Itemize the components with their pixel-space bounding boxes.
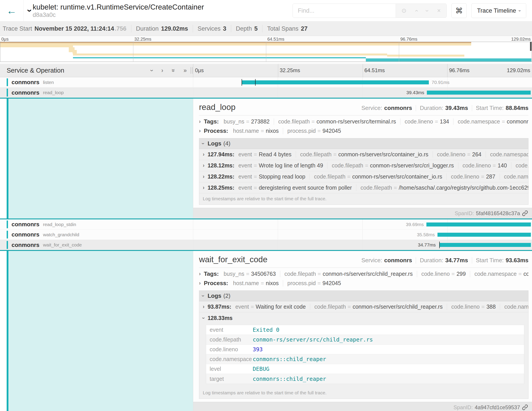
log-row[interactable]: › 93.87ms: event=Waiting for exit code c… xyxy=(199,301,528,313)
span-row-read-loop-stdin[interactable]: conmonrs read_loop_stdin 39.69ms xyxy=(0,219,532,230)
meta-value: conmonrs xyxy=(384,257,412,264)
equals-sign: = xyxy=(317,128,321,134)
logs-count: (2) xyxy=(223,293,230,299)
find-input[interactable] xyxy=(293,4,396,18)
process-label: Process: xyxy=(204,127,228,134)
equals-sign: = xyxy=(318,271,321,277)
log-pair: code.filepath=conmon-rs/server/src/cri_l… xyxy=(327,162,454,169)
log-pair: code.lineno=140 xyxy=(458,162,507,169)
find-clear-icon[interactable]: × xyxy=(437,8,441,14)
tags-row[interactable]: › Tags: busy_ns=273882 code.filepath=con… xyxy=(199,117,528,126)
collapse-all-icon[interactable]: » xyxy=(170,69,176,72)
span-bar[interactable] xyxy=(426,223,531,226)
pair-value: conmon-rs/server/src/child_reaper.rs xyxy=(323,271,413,277)
span-duration: 39.69ms xyxy=(406,222,426,227)
span-row-left: conmonrs read_loop xyxy=(0,88,193,98)
pair-key: code.filepath xyxy=(278,118,310,125)
span-row-left: conmonrs read_loop_stdin xyxy=(0,219,193,229)
pair-key: event xyxy=(238,162,252,169)
equals-sign: = xyxy=(451,271,455,277)
pair-value: deregistering event source from poller xyxy=(259,185,352,191)
span-row-read-loop[interactable]: conmonrs read_loop 39.43ms xyxy=(0,88,532,98)
minimap-tick-label: 0μs xyxy=(1,37,9,42)
log-pair: event=Wrote log line of length 49 xyxy=(238,162,323,169)
equals-sign: = xyxy=(365,162,368,169)
minimap-canvas[interactable] xyxy=(0,42,532,62)
field-value: Exited 0 xyxy=(253,327,279,333)
log-timestamp: 128.25ms: xyxy=(208,185,235,191)
log-row-expanded[interactable]: › 128.33ms xyxy=(199,313,528,323)
pair-value: 264 xyxy=(472,151,481,158)
chevron-right-icon: › xyxy=(199,281,201,286)
expand-one-icon[interactable]: › xyxy=(161,68,163,73)
process-row[interactable]: › Process: host.name=nixos process.pid=9… xyxy=(199,126,528,136)
pair-key: code.namespace xyxy=(490,151,528,158)
span-row-wait-for-exit-code[interactable]: conmonrs wait_for_exit_code 34.77ms xyxy=(0,240,532,250)
log-timestamp: 93.87ms: xyxy=(208,303,231,310)
pair-key: code.lineno xyxy=(405,118,433,125)
equals-sign: = xyxy=(333,151,337,158)
equals-sign: = xyxy=(394,185,397,191)
minimap-span-bar xyxy=(73,54,387,56)
find-prev-icon[interactable]: › xyxy=(413,10,419,12)
pair-key: code.filepath xyxy=(332,162,363,169)
logs-header[interactable]: › Logs (2) xyxy=(199,291,528,301)
log-row[interactable]: › 128.12ms: event=Wrote log line of leng… xyxy=(199,160,528,171)
divider xyxy=(416,105,416,111)
meta-label: Start Time: xyxy=(476,105,504,111)
tags-row[interactable]: › Tags: busy_ns=34506763 code.filepath=c… xyxy=(199,269,528,278)
process-label: Process: xyxy=(204,280,228,287)
expand-all-icon[interactable]: » xyxy=(183,68,187,73)
trace-collapse-chevron-icon[interactable]: › xyxy=(26,9,34,12)
column-resizer[interactable] xyxy=(190,67,193,74)
logs-section: › Logs (4) › 127.94ms: event=Read 4 byte… xyxy=(199,138,528,205)
span-bar[interactable] xyxy=(439,243,531,247)
link-icon[interactable] xyxy=(522,404,528,410)
link-icon[interactable] xyxy=(522,210,528,216)
log-row[interactable]: › 127.94ms: event=Read 4 bytes code.file… xyxy=(199,149,528,160)
minimap-scrub-handle[interactable] xyxy=(530,42,532,51)
view-selector-button[interactable]: Trace Timeline › xyxy=(471,3,526,18)
log-row[interactable]: › 128.25ms: event=deregistering event so… xyxy=(199,182,528,193)
span-row-listen[interactable]: conmonrs listen 70.91ms xyxy=(0,77,532,88)
span-bar[interactable] xyxy=(242,80,429,84)
back-icon: ← xyxy=(7,5,17,17)
pair-value: conmonrs::child_reap... xyxy=(523,271,528,277)
meta-label: Service: xyxy=(361,105,382,111)
keyboard-shortcuts-button[interactable]: ⌘ xyxy=(451,3,466,18)
pair-value: nixos xyxy=(266,280,279,286)
span-row-watch-grandchild[interactable]: conmonrs watch_grandchild 35.58ms xyxy=(0,230,532,240)
summary-depth: Depth 5 xyxy=(231,25,257,32)
field-row: code.filepath conmon-rs/server/src/child… xyxy=(206,335,524,345)
minimap-span-bar xyxy=(386,60,531,61)
field-key: level xyxy=(206,366,253,372)
minimap-tick-row: 0μs 32.25ms 64.51ms 96.76ms 129.02ms xyxy=(0,36,532,42)
match-focus-icon[interactable]: ⊙ xyxy=(401,8,407,14)
pair-value: /home/sascha/.cargo/registry/src/github.… xyxy=(399,185,528,191)
pair-key: host.name xyxy=(233,128,259,134)
pair-key: process.pid xyxy=(287,128,316,134)
trace-page: ← › kubelet: runtime.v1.RuntimeService/C… xyxy=(0,0,532,411)
chevron-down-icon: › xyxy=(200,143,206,145)
collapse-one-icon[interactable]: › xyxy=(149,69,155,71)
divider xyxy=(199,115,528,116)
span-bar[interactable] xyxy=(437,233,531,237)
tag-pair: code.namespace=conmonrs::terminal xyxy=(453,118,528,125)
tags-label: Tags: xyxy=(204,118,219,125)
process-row[interactable]: › Process: host.name=nixos process.pid=9… xyxy=(199,278,528,288)
trace-summary-bar: Trace Start November 15 2022, 11:24:14.7… xyxy=(0,21,532,36)
span-row-timeline: 34.77ms xyxy=(193,240,532,250)
pair-key: code.filepath xyxy=(300,151,332,158)
pair-key: host.name xyxy=(233,280,259,286)
pair-value: conmon-rs/server/src/container_io.rs xyxy=(352,173,442,180)
divider xyxy=(472,257,472,264)
log-pair: event=Stopping read loop xyxy=(238,173,305,180)
back-button[interactable]: ← xyxy=(0,0,24,21)
pair-value: 273882 xyxy=(251,118,270,125)
logs-header[interactable]: › Logs (4) xyxy=(199,138,528,149)
chevron-right-icon: › xyxy=(199,271,201,276)
span-bar[interactable] xyxy=(427,91,531,95)
pair-value: conmon-rs/server/src/terminal.rs xyxy=(317,118,396,125)
log-row[interactable]: › 128.22ms: event=Stopping read loop cod… xyxy=(199,171,528,182)
find-next-icon[interactable]: › xyxy=(424,10,430,12)
